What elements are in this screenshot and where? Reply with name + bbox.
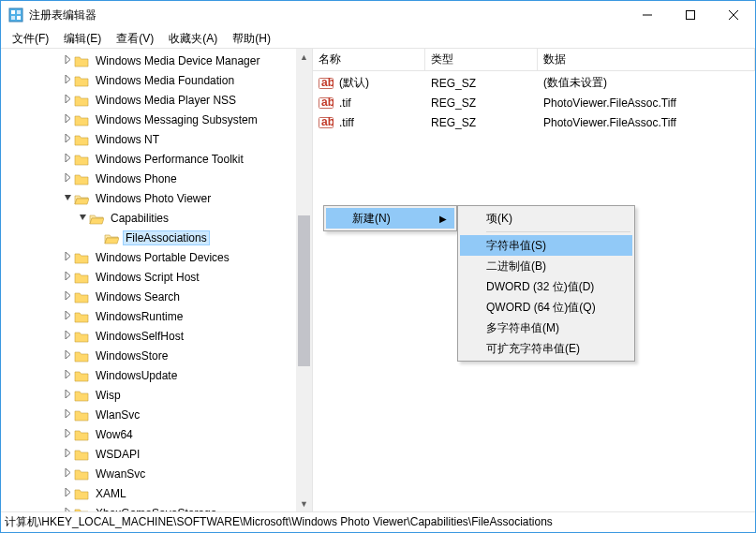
expander-closed-icon[interactable] [61, 154, 74, 164]
tree-item-label: Windows Media Foundation [93, 73, 237, 88]
window-controls [626, 1, 755, 29]
tree-item[interactable]: Windows Media Player NSS [1, 90, 296, 110]
context-submenu-new: 项(K)字符串值(S)二进制值(B)DWORD (32 位)值(D)QWORD … [457, 205, 635, 362]
scrollbar-thumb[interactable] [298, 215, 310, 366]
tree-item[interactable]: WSDAPI [1, 444, 296, 464]
expander-closed-icon[interactable] [61, 75, 74, 85]
expander-closed-icon[interactable] [61, 508, 74, 511]
ctx-item[interactable]: 可扩充字符串值(E) [460, 338, 632, 359]
list-row[interactable]: .tifREG_SZPhotoViewer.FileAssoc.Tiff [313, 93, 755, 112]
expander-open-icon[interactable] [76, 213, 89, 223]
menu-edit[interactable]: 编辑(E) [56, 29, 109, 49]
menu-favorites[interactable]: 收藏夹(A) [161, 29, 225, 49]
expander-closed-icon[interactable] [61, 370, 74, 380]
cell-data: PhotoViewer.FileAssoc.Tiff [538, 116, 755, 129]
ctx-item[interactable]: 字符串值(S) [460, 235, 632, 256]
tree-item[interactable]: Windows Phone [1, 169, 296, 188]
scrollbar-track[interactable] [296, 65, 312, 496]
expander-closed-icon[interactable] [61, 449, 74, 459]
client-area: Windows Media Device ManagerWindows Medi… [1, 49, 755, 511]
maximize-button[interactable] [669, 1, 712, 29]
tree-item-label: WlanSvc [93, 407, 142, 422]
expander-closed-icon[interactable] [61, 331, 74, 341]
ctx-item[interactable]: DWORD (32 位)值(D) [460, 276, 632, 297]
tree-item[interactable]: Wow64 [1, 424, 296, 444]
ctx-item[interactable]: 项(K) [460, 208, 632, 229]
tree-item[interactable]: XboxGameSaveStorage [1, 503, 296, 511]
tree-item-label: Windows Phone [93, 171, 180, 186]
tree-item[interactable]: Windows Messaging Subsystem [1, 110, 296, 129]
tree-item[interactable]: Windows NT [1, 129, 296, 149]
cell-type: REG_SZ [425, 116, 538, 129]
string-value-icon [319, 76, 334, 91]
list-row[interactable]: (默认)REG_SZ(数值未设置) [313, 73, 755, 93]
tree-item[interactable]: Windows Script Host [1, 267, 296, 287]
tree-item-label: WwanSvc [93, 466, 148, 481]
statusbar: 计算机\HKEY_LOCAL_MACHINE\SOFTWARE\Microsof… [1, 511, 755, 532]
submenu-arrow-icon: ▶ [439, 214, 447, 224]
tree-item[interactable]: WindowsRuntime [1, 306, 296, 326]
tree-scroll[interactable]: Windows Media Device ManagerWindows Medi… [1, 49, 296, 511]
expander-closed-icon[interactable] [61, 390, 74, 400]
close-button[interactable] [712, 1, 755, 29]
expander-closed-icon[interactable] [61, 95, 74, 105]
tree-item[interactable]: FileAssociations [1, 228, 296, 247]
expander-closed-icon[interactable] [61, 134, 74, 144]
tree-scrollbar[interactable]: ▲ ▼ [296, 49, 312, 511]
minimize-button[interactable] [626, 1, 669, 29]
tree-item[interactable]: Windows Photo Viewer [1, 188, 296, 208]
folder-icon [74, 271, 89, 284]
list-pane: 名称 类型 数据 (默认)REG_SZ(数值未设置).tifREG_SZPhot… [313, 49, 755, 511]
col-data[interactable]: 数据 [538, 49, 755, 70]
expander-closed-icon[interactable] [61, 173, 74, 184]
menu-help[interactable]: 帮助(H) [225, 29, 278, 49]
list-row[interactable]: .tiffREG_SZPhotoViewer.FileAssoc.Tiff [313, 112, 755, 132]
tree-item[interactable]: WindowsStore [1, 346, 296, 365]
list-body[interactable]: (默认)REG_SZ(数值未设置).tifREG_SZPhotoViewer.F… [313, 71, 755, 132]
ctx-new[interactable]: 新建(N) ▶ [326, 208, 454, 229]
expander-closed-icon[interactable] [61, 429, 74, 439]
expander-closed-icon[interactable] [61, 409, 74, 420]
expander-closed-icon[interactable] [61, 272, 74, 282]
expander-closed-icon[interactable] [61, 114, 74, 125]
expander-closed-icon[interactable] [61, 350, 74, 361]
tree-item[interactable]: XAML [1, 483, 296, 503]
expander-closed-icon[interactable] [61, 291, 74, 302]
tree-item-label: WindowsSelfHost [93, 329, 186, 344]
col-name[interactable]: 名称 [313, 49, 425, 70]
tree-item[interactable]: Windows Performance Toolkit [1, 149, 296, 169]
expander-closed-icon[interactable] [61, 468, 74, 479]
tree-item[interactable]: WlanSvc [1, 405, 296, 424]
folder-icon [74, 113, 89, 126]
tree-item[interactable]: Windows Portable Devices [1, 247, 296, 267]
menu-view[interactable]: 查看(V) [109, 29, 161, 49]
tree-item[interactable]: Windows Search [1, 287, 296, 306]
tree-item-label: XboxGameSaveStorage [93, 506, 219, 512]
expander-closed-icon[interactable] [61, 252, 74, 262]
folder-icon [74, 310, 89, 323]
tree-item[interactable]: Windows Media Device Manager [1, 51, 296, 70]
tree-item-label: XAML [93, 486, 129, 501]
col-type[interactable]: 类型 [425, 49, 538, 70]
tree-item[interactable]: Wisp [1, 385, 296, 405]
scroll-down-icon[interactable]: ▼ [296, 496, 312, 511]
menu-file[interactable]: 文件(F) [5, 29, 56, 49]
tree-item[interactable]: Windows Media Foundation [1, 70, 296, 90]
tree-item[interactable]: WindowsSelfHost [1, 326, 296, 346]
ctx-item[interactable]: 二进制值(B) [460, 256, 632, 276]
expander-closed-icon[interactable] [61, 311, 74, 321]
tree-item[interactable]: WindowsUpdate [1, 365, 296, 385]
tree-item-label: Windows Media Device Manager [93, 53, 262, 68]
expander-open-icon[interactable] [61, 193, 74, 203]
expander-closed-icon[interactable] [61, 488, 74, 498]
tree-item[interactable]: WwanSvc [1, 464, 296, 483]
tree-item-label: Windows Portable Devices [93, 250, 232, 265]
tree-item[interactable]: Capabilities [1, 208, 296, 228]
scroll-up-icon[interactable]: ▲ [296, 49, 312, 65]
ctx-item[interactable]: QWORD (64 位)值(Q) [460, 297, 632, 318]
cell-name: .tif [313, 96, 425, 111]
expander-closed-icon[interactable] [61, 55, 74, 66]
ctx-item[interactable]: 多字符串值(M) [460, 318, 632, 338]
tree-item-label: Wisp [93, 388, 124, 403]
ctx-separator [486, 231, 630, 232]
